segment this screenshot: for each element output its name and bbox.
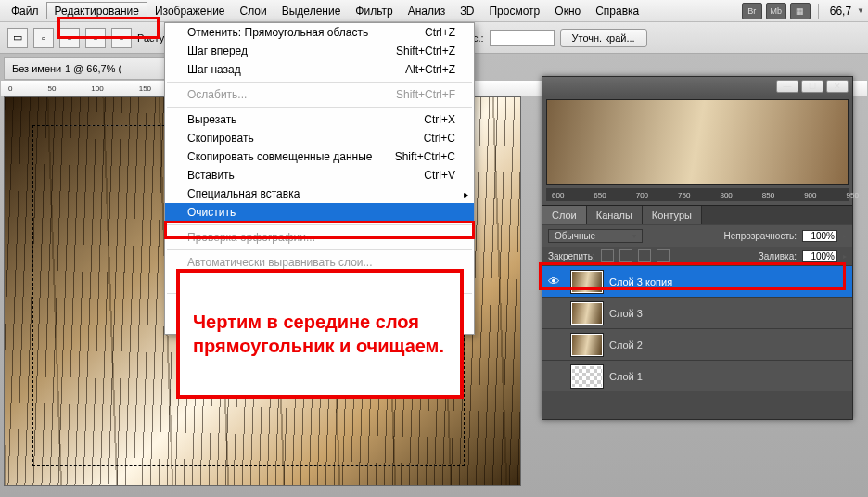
- menu-item-label: Ослабить...: [187, 88, 247, 101]
- menu-item-справка[interactable]: Справка: [588, 3, 646, 19]
- menu-item-shortcut: Alt+Ctrl+Z: [405, 63, 455, 76]
- menu-item-shortcut: Ctrl+C: [424, 132, 455, 145]
- nav-ruler-tick: 850: [762, 191, 774, 199]
- menubar-grid-icon[interactable]: ▦: [790, 3, 811, 19]
- document-title: Без имени-1 @ 66,7% (: [12, 63, 121, 74]
- ruler-tick: 50: [47, 84, 56, 93]
- menu-item-выделение[interactable]: Выделение: [274, 3, 349, 19]
- menu-item-окно[interactable]: Окно: [547, 3, 588, 19]
- opacity-dropdown-icon[interactable]: ▸: [843, 232, 847, 240]
- menubar-app-mb-icon[interactable]: Mb: [766, 3, 786, 19]
- layer-thumbnail[interactable]: [570, 364, 604, 389]
- refine-edge-button[interactable]: Уточн. край...: [560, 29, 647, 47]
- selection-mode-new-icon[interactable]: ▫: [33, 28, 54, 48]
- menubar-zoom-dropdown-icon[interactable]: ▼: [857, 6, 864, 15]
- edit-menu-item[interactable]: Специальная вставка: [165, 185, 474, 203]
- ruler-tick: 150: [139, 84, 151, 93]
- menu-item-фильтр[interactable]: Фильтр: [348, 3, 400, 19]
- layer-row[interactable]: Слой 1: [542, 360, 852, 391]
- layer-row[interactable]: Слой 3: [542, 297, 852, 328]
- menu-divider: [167, 82, 472, 83]
- edit-menu-item[interactable]: ВставитьCtrl+V: [165, 166, 474, 185]
- nav-ruler-tick: 600: [552, 191, 564, 199]
- annotation-callout: Чертим в середине слоя прямоугольник и о…: [176, 269, 464, 399]
- menu-item-label: Шаг вперед: [187, 45, 248, 57]
- fill-dropdown-icon[interactable]: ▸: [843, 252, 847, 261]
- marquee-tool-icon[interactable]: ▭: [7, 28, 28, 48]
- annotation-highlight-clear-item: [164, 221, 475, 239]
- opacity-label: Непрозрачность:: [723, 231, 797, 241]
- edit-menu-item[interactable]: СкопироватьCtrl+C: [165, 129, 474, 147]
- panel-minimize-icon[interactable]: —: [776, 80, 798, 93]
- menu-item-label: Отменить: Прямоугольная область: [187, 26, 368, 39]
- panel-close-icon[interactable]: ✕: [826, 80, 849, 93]
- menu-item-файл[interactable]: Файл: [4, 3, 46, 19]
- layer-name[interactable]: Слой 2: [609, 339, 643, 350]
- edit-menu-item[interactable]: Шаг впередShift+Ctrl+Z: [165, 42, 474, 60]
- fill-label: Заливка:: [759, 251, 797, 261]
- panel-titlebar: — ☐ ✕: [542, 77, 852, 96]
- nav-ruler-tick: 900: [804, 191, 816, 199]
- menu-item-3d[interactable]: 3D: [453, 3, 481, 19]
- menu-item-изображение[interactable]: Изображение: [147, 3, 233, 19]
- layer-thumbnail[interactable]: [570, 301, 604, 325]
- edit-menu-item[interactable]: ВырезатьCtrl+X: [165, 110, 474, 129]
- nav-ruler-tick: 700: [636, 191, 648, 199]
- panel-maximize-icon[interactable]: ☐: [801, 80, 823, 93]
- menu-item-просмотр[interactable]: Просмотр: [481, 3, 547, 19]
- annotation-text: Чертим в середине слоя прямоугольник и о…: [193, 310, 447, 358]
- menu-item-label: Очистить: [187, 206, 236, 219]
- nav-ruler-tick: 800: [720, 191, 732, 199]
- lock-label: Закрепить:: [548, 251, 595, 261]
- menu-item-label: Скопировать совмещенные данные: [187, 150, 373, 163]
- panel-tab-каналы[interactable]: Каналы: [587, 206, 643, 224]
- navigator-ruler: 600650700750800850900950: [546, 188, 849, 201]
- fill-value[interactable]: 100%: [802, 250, 837, 262]
- menu-item-label: Шаг назад: [187, 63, 241, 76]
- navigator-preview[interactable]: [546, 99, 849, 185]
- nav-ruler-tick: 750: [678, 191, 690, 199]
- edit-menu-item[interactable]: Очистить: [165, 203, 474, 222]
- menu-divider: [167, 249, 472, 250]
- menu-item-shortcut: Ctrl+V: [424, 169, 455, 182]
- panel-tab-контуры[interactable]: Контуры: [643, 206, 702, 224]
- lock-position-icon[interactable]: [638, 249, 651, 262]
- lock-transparency-icon[interactable]: [601, 249, 614, 262]
- layers-empty-area: [542, 391, 852, 419]
- menubar-app-br-icon[interactable]: Br: [742, 3, 762, 19]
- blend-mode-dropdown[interactable]: Обычные▾: [548, 229, 643, 243]
- height-field[interactable]: [490, 30, 555, 46]
- menu-item-анализ[interactable]: Анализ: [401, 3, 453, 19]
- menu-item-label: Вставить: [187, 169, 235, 182]
- menu-item-shortcut: Ctrl+Z: [425, 26, 455, 39]
- opacity-value[interactable]: 100%: [802, 230, 837, 242]
- lock-pixels-icon[interactable]: [619, 249, 632, 262]
- panel-tab-слои[interactable]: Слои: [542, 206, 587, 224]
- layer-name[interactable]: Слой 1: [609, 371, 643, 382]
- menubar-zoom-value[interactable]: 66,7: [824, 5, 857, 18]
- panel-tabs: СлоиКаналыКонтуры: [542, 205, 852, 224]
- menu-item-слои[interactable]: Слои: [233, 3, 274, 19]
- nav-ruler-tick: 650: [594, 191, 606, 199]
- menu-divider: [167, 107, 472, 108]
- edit-menu-item[interactable]: Шаг назадAlt+Ctrl+Z: [165, 60, 474, 79]
- lock-all-icon[interactable]: [657, 249, 670, 262]
- menu-item-shortcut: Shift+Ctrl+C: [395, 150, 455, 163]
- annotation-highlight-layer-row: [539, 262, 846, 290]
- layer-row[interactable]: Слой 2: [542, 328, 852, 360]
- edit-menu-item[interactable]: Отменить: Прямоугольная областьCtrl+Z: [165, 23, 474, 42]
- nav-ruler-tick: 950: [847, 191, 859, 199]
- ruler-tick: 100: [91, 84, 103, 93]
- menu-item-label: Вырезать: [187, 113, 236, 126]
- menu-item-shortcut: Shift+Ctrl+F: [396, 88, 455, 101]
- menu-item-shortcut: Shift+Ctrl+Z: [396, 45, 455, 57]
- menu-item-label: Скопировать: [187, 132, 254, 145]
- layer-thumbnail[interactable]: [570, 333, 604, 357]
- annotation-highlight-edit-menu: [57, 17, 160, 39]
- layers-panel: — ☐ ✕ 600650700750800850900950 СлоиКанал…: [542, 76, 853, 420]
- menu-item-label: Специальная вставка: [187, 187, 300, 200]
- edit-menu-item[interactable]: Скопировать совмещенные данныеShift+Ctrl…: [165, 147, 474, 166]
- ruler-tick: 0: [8, 84, 12, 93]
- layer-name[interactable]: Слой 3: [609, 308, 643, 319]
- blend-mode-value: Обычные: [555, 231, 595, 241]
